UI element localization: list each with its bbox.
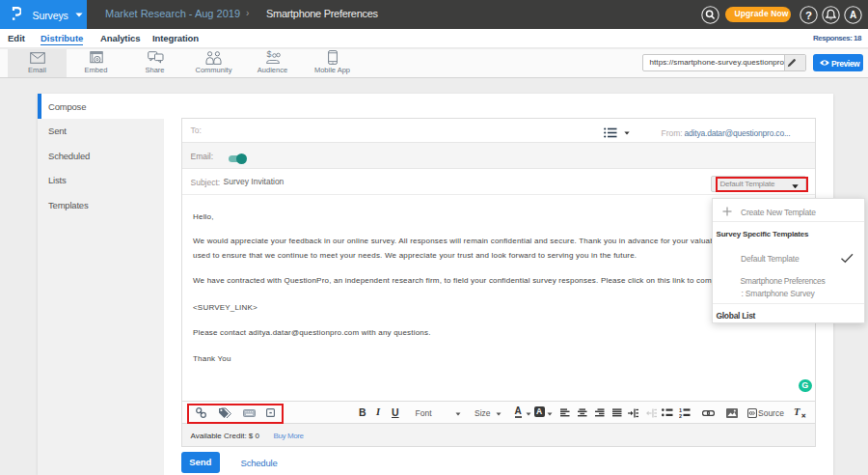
svg-text:2: 2 [679,413,682,418]
svg-text:$: $ [267,50,272,59]
svg-text:?: ? [805,9,812,20]
svg-text:1: 1 [679,407,682,413]
svg-text:A: A [850,10,856,20]
